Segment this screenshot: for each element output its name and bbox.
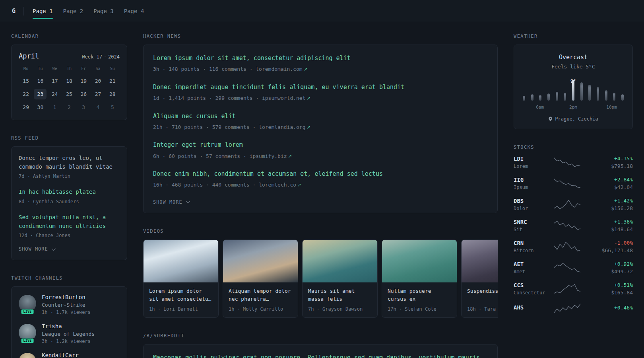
- twitch-channel-row[interactable]: LIVE Trisha League of Legends 3h · 1.2k …: [19, 323, 120, 344]
- hackernews-item-stats: 6h · 60 points · 57 comments ·: [153, 153, 250, 159]
- stock-row[interactable]: SNRC Sit +1.36% $148.64: [514, 219, 633, 232]
- weather-location-label: Prague, Czechia: [555, 116, 598, 122]
- stock-ticker: SNRC: [514, 219, 550, 225]
- hackernews-item-source-link[interactable]: loremlandia.org↗: [259, 124, 310, 130]
- hackernews-item-title[interactable]: Donec imperdiet augue tincidunt felis al…: [153, 83, 488, 92]
- stock-sparkline: [554, 303, 580, 313]
- stock-sparkline: [554, 178, 580, 189]
- twitch-channel-name[interactable]: Trisha: [42, 323, 95, 329]
- weather-bar: [539, 95, 541, 101]
- stock-row[interactable]: DBS Dolor +1.42% $156.28: [514, 198, 633, 211]
- rss-item-title[interactable]: Donec tempor eros leo, ut commodo mauris…: [19, 154, 120, 171]
- stock-values: -1.00% $66,171.48: [584, 240, 633, 253]
- twitch-channel-row[interactable]: LIVE ForrestBurton Counter-Strike 1h · 1…: [19, 294, 120, 315]
- stock-change: +2.84%: [584, 177, 633, 183]
- twitch-channel-name[interactable]: KendallCarr: [42, 352, 79, 358]
- video-thumbnail[interactable]: [382, 240, 457, 282]
- calendar-week-year: Week 17·2024: [82, 54, 120, 60]
- weather-condition: Overcast: [521, 54, 625, 61]
- stock-identity: LDI Lorem: [514, 156, 550, 169]
- subreddit-section-title: /R/SUBREDDIT: [143, 333, 498, 339]
- nav-tab-page-3[interactable]: Page 3: [93, 0, 114, 22]
- video-thumbnail[interactable]: [223, 240, 298, 282]
- stock-row[interactable]: AET Amet +0.92% $499.72: [514, 261, 633, 274]
- stock-values: +0.92% $499.72: [584, 261, 633, 274]
- video-title[interactable]: Suspendisse diam: [467, 287, 498, 303]
- rss-item: Donec tempor eros leo, ut commodo mauris…: [19, 154, 120, 180]
- rss-show-more-button[interactable]: SHOW MORE: [19, 245, 54, 253]
- stock-ticker: CRN: [514, 240, 550, 246]
- weather-feels-like: Feels like 5°C: [521, 64, 625, 70]
- nav-tab-page-4[interactable]: Page 4: [124, 0, 144, 22]
- calendar-weekday-label: Mo: [19, 65, 33, 73]
- calendar-day: 30: [34, 102, 47, 113]
- calendar-day: 25: [63, 89, 76, 99]
- video-meta: 1h · Lori Barnett: [149, 306, 213, 312]
- stock-sparkline: [554, 263, 580, 273]
- twitch-channel-row[interactable]: LIVE KendallCarr: [19, 352, 120, 358]
- hackernews-item-title[interactable]: Integer eget rutrum lorem: [153, 140, 488, 150]
- stock-row[interactable]: LDI Lorem +4.35% $795.18: [514, 156, 633, 169]
- hackernews-item-source-link[interactable]: loremtech.co↗: [259, 182, 301, 188]
- stock-ticker: CCS: [514, 282, 550, 288]
- stock-row[interactable]: CRN Bitcorn -1.00% $66,171.48: [514, 240, 633, 253]
- video-title[interactable]: Nullam posuere cursus ex: [388, 287, 451, 303]
- external-link-icon: ↗: [304, 66, 308, 72]
- video-card[interactable]: Aliquam tempor dolor nec pharetra… 1h · …: [223, 239, 298, 318]
- rss-item-title[interactable]: Sed volutpat nulla nisl, a condimentum n…: [19, 213, 120, 230]
- video-card[interactable]: Nullam posuere cursus ex 17h · Stefan Co…: [382, 239, 457, 318]
- rss-list: Donec tempor eros leo, ut commodo mauris…: [19, 154, 120, 239]
- show-more-label: SHOW MORE: [153, 199, 182, 205]
- center-column: HACKER NEWS Lorem ipsum dolor sit amet, …: [143, 33, 498, 358]
- hackernews-item-source-link[interactable]: loremdomain.com↗: [256, 66, 307, 72]
- weather-bar: [597, 87, 599, 101]
- twitch-channel-name[interactable]: ForrestBurton: [42, 294, 91, 300]
- nav-divider: [23, 7, 24, 16]
- video-title[interactable]: Mauris sit amet massa felis: [308, 287, 372, 303]
- nav-tab-page-2[interactable]: Page 2: [63, 0, 83, 22]
- video-title[interactable]: Lorem ipsum dolor sit amet consectetu…: [149, 287, 213, 303]
- stock-change: +0.46%: [584, 305, 633, 311]
- hackernews-item: Lorem ipsum dolor sit amet, consectetur …: [153, 54, 488, 73]
- hackernews-list: Lorem ipsum dolor sit amet, consectetur …: [153, 54, 488, 189]
- app-logo[interactable]: G: [12, 8, 16, 15]
- hackernews-item-source-link[interactable]: ipsumify.biz↗: [250, 153, 292, 159]
- calendar-day: 4: [92, 102, 105, 113]
- stock-price: $795.18: [584, 163, 633, 169]
- weather-current-temp: 9°: [570, 78, 576, 84]
- video-thumbnail[interactable]: [144, 240, 218, 282]
- video-card[interactable]: Lorem ipsum dolor sit amet consectetu… 1…: [143, 239, 219, 318]
- hackernews-item-title[interactable]: Donec enim nibh, condimentum et accumsan…: [153, 169, 488, 179]
- stock-change: +1.42%: [584, 198, 633, 204]
- source-domain: ipsumify.biz: [250, 153, 287, 159]
- calendar-day: 26: [77, 89, 90, 99]
- twitch-avatar: LIVE: [19, 353, 36, 358]
- stock-row[interactable]: IIG Ipsum +2.84% $42.04: [514, 177, 633, 190]
- video-title[interactable]: Aliquam tempor dolor nec pharetra…: [229, 287, 292, 303]
- external-link-icon: ↗: [288, 154, 292, 159]
- source-domain: loremtech.co: [259, 182, 296, 188]
- video-card[interactable]: Suspendisse diam 18h · Tara: [461, 239, 498, 318]
- chevron-down-icon: [186, 199, 190, 203]
- weather-time-label: 2pm: [569, 105, 577, 110]
- subreddit-post-title[interactable]: Maecenas mollis pulvinar erat non posuer…: [153, 353, 488, 358]
- twitch-avatar: LIVE: [19, 324, 36, 341]
- hackernews-item-source-link[interactable]: ipsumworld.net↗: [262, 95, 311, 101]
- nav-tab-page-1[interactable]: Page 1: [33, 0, 53, 22]
- stock-row[interactable]: CCS Consectetur +0.51% $165.84: [514, 282, 633, 296]
- rss-item-meta: 7d · Ashlyn Martin: [19, 173, 120, 180]
- twitch-channel-game: League of Legends: [42, 331, 95, 337]
- weather-time-axis: 6am2pm10pm: [523, 105, 624, 111]
- video-thumbnail[interactable]: [462, 240, 498, 282]
- hackernews-item-title[interactable]: Aliquam nec cursus elit: [153, 112, 488, 121]
- stock-row[interactable]: AHS +0.46%: [514, 303, 633, 313]
- video-meta: 17h · Stefan Cole: [388, 306, 451, 312]
- video-thumbnail[interactable]: [303, 240, 377, 282]
- rss-item-title[interactable]: In hac habitasse platea: [19, 188, 120, 197]
- hackernews-item-title[interactable]: Lorem ipsum dolor sit amet, consectetur …: [153, 54, 488, 63]
- stock-values: +1.36% $148.64: [584, 219, 633, 232]
- hackernews-show-more-button[interactable]: SHOW MORE: [153, 198, 189, 206]
- stock-sparkline: [554, 284, 580, 294]
- twitch-section: TWITCH CHANNELS LIVE ForrestBurton Count…: [11, 275, 127, 358]
- video-card[interactable]: Mauris sit amet massa felis 7h · Grayson…: [302, 239, 378, 318]
